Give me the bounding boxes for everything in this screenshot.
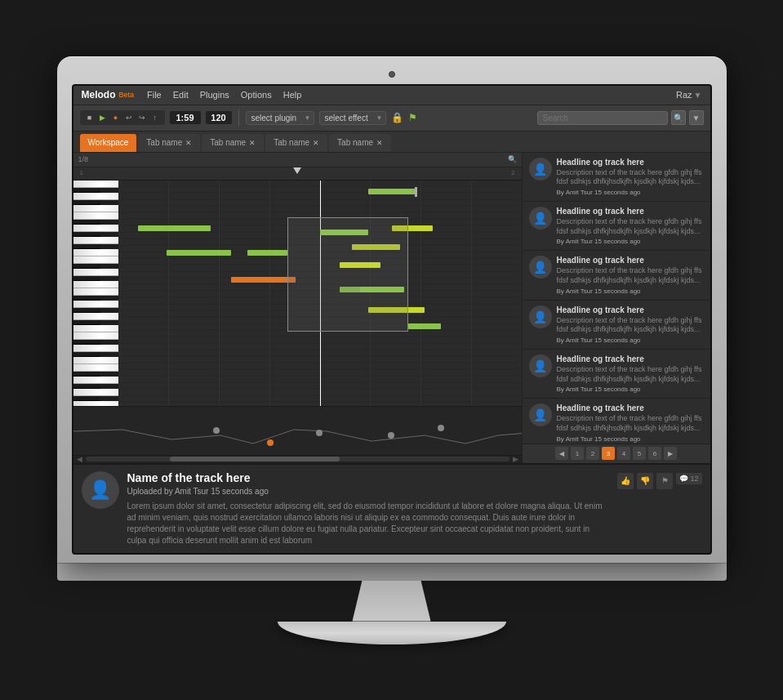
playhead-marker (293, 167, 301, 174)
page-2[interactable]: 2 (586, 447, 599, 460)
page-next[interactable]: ▶ (664, 447, 677, 460)
page-4[interactable]: 4 (617, 447, 630, 460)
comment-icon: 💬 (679, 475, 688, 483)
rewind-button[interactable]: ↩ (124, 113, 134, 123)
user-name[interactable]: Raz (676, 90, 692, 100)
note-10[interactable] (408, 323, 441, 329)
note-5[interactable] (247, 250, 287, 256)
note-resize-handle[interactable] (415, 187, 417, 197)
record-button[interactable]: ● (111, 113, 121, 123)
page-1[interactable]: 1 (571, 447, 584, 460)
page-6[interactable]: 6 (648, 447, 661, 460)
pin-icon[interactable]: ⚑ (408, 112, 417, 123)
feed-author-1[interactable]: Amit Tsur (566, 189, 593, 196)
forward-button[interactable]: ↪ (137, 113, 147, 123)
menu-help[interactable]: Help (283, 90, 302, 100)
user-dropdown-icon[interactable]: ▼ (694, 91, 702, 100)
pk-white-14[interactable] (73, 325, 118, 332)
auto-node-2[interactable] (267, 439, 274, 446)
pk-white-16[interactable] (73, 345, 118, 352)
auto-node-1[interactable] (213, 427, 220, 434)
note-sel-2[interactable] (340, 262, 380, 268)
page-5[interactable]: 5 (633, 447, 646, 460)
tab-2-close[interactable]: ✕ (249, 139, 256, 147)
track-time: 15 seconds ago (211, 487, 269, 496)
pk-white-19[interactable] (73, 377, 118, 384)
monitor-camera (389, 71, 395, 78)
sequencer-panel: 1/8 🔍 1 2 (73, 153, 523, 463)
beta-badge: Beta (119, 91, 135, 99)
pk-white-6[interactable] (73, 237, 118, 244)
tab-workspace[interactable]: Workspace (80, 134, 137, 152)
scroll-right-icon[interactable]: ▶ (513, 455, 518, 463)
menu-plugins[interactable]: Plugins (200, 90, 229, 100)
menu-edit[interactable]: Edit (173, 90, 189, 100)
feed-author-5[interactable]: Amit Tsur (566, 386, 593, 393)
pk-white-13[interactable] (73, 313, 118, 320)
pk-white-20[interactable] (73, 389, 118, 396)
pk-white-17[interactable] (73, 357, 118, 364)
scroll-left-icon[interactable]: ◀ (77, 455, 82, 463)
note-1[interactable] (368, 189, 416, 194)
like-button[interactable]: 👍 (617, 473, 634, 489)
scrollbar-track[interactable] (86, 457, 509, 461)
menu-file[interactable]: File (147, 90, 162, 100)
pk-white-7[interactable] (73, 249, 118, 256)
search-input[interactable] (537, 111, 668, 125)
piano-keys (73, 181, 118, 406)
tab-3-close[interactable]: ✕ (313, 139, 319, 147)
pk-white-12[interactable] (73, 301, 118, 308)
menu-options[interactable]: Options (241, 90, 272, 100)
search-button[interactable]: 🔍 (671, 110, 686, 125)
flag-button[interactable]: ⚑ (656, 473, 673, 489)
auto-node-3[interactable] (316, 430, 323, 436)
effect-select[interactable]: select effect (319, 111, 386, 125)
pk-white-18[interactable] (73, 364, 118, 372)
note-sel-1[interactable] (320, 230, 368, 235)
feed-desc-5: Description text of the track here gfdh … (557, 365, 704, 384)
comment-badge[interactable]: 💬 12 (676, 473, 701, 484)
pk-white-4[interactable] (73, 212, 118, 220)
pk-white-1[interactable] (73, 181, 118, 188)
filter-button[interactable]: ▼ (689, 110, 704, 125)
pk-white-9[interactable] (73, 269, 118, 276)
pk-white-10[interactable] (73, 281, 118, 288)
pk-white-2[interactable] (73, 193, 118, 200)
play-button[interactable]: ▶ (98, 113, 108, 123)
note-7[interactable] (231, 277, 296, 283)
auto-node-4[interactable] (388, 432, 394, 439)
tab-1-close[interactable]: ✕ (185, 139, 192, 147)
plugin-select[interactable]: select plugin (246, 111, 314, 125)
upload-button[interactable]: ↑ (150, 113, 160, 123)
pk-white-11[interactable] (73, 288, 118, 296)
tab-2[interactable]: Tab name ✕ (202, 134, 264, 152)
tab-3[interactable]: Tab name ✕ (265, 134, 327, 152)
page-prev[interactable]: ◀ (555, 447, 568, 460)
lock-icon[interactable]: 🔒 (391, 112, 403, 123)
seq-search-icon[interactable]: 🔍 (508, 155, 517, 163)
pk-white-3[interactable] (73, 205, 118, 212)
note-4[interactable] (167, 250, 231, 256)
note-sel-3[interactable] (360, 287, 404, 292)
pk-white-15[interactable] (73, 332, 118, 340)
page-3-active[interactable]: 3 (602, 447, 615, 460)
feed-author-2[interactable]: Amit Tsur (566, 238, 593, 245)
comment-count: 12 (690, 475, 698, 483)
note-2[interactable] (138, 225, 211, 231)
feed-author-6[interactable]: Amit Tsur (566, 435, 593, 443)
pk-white-5[interactable] (73, 225, 118, 232)
tab-1[interactable]: Tab name ✕ (138, 134, 200, 152)
pk-white-8[interactable] (73, 256, 118, 264)
grid-vline-1 (168, 181, 169, 406)
feed-author-3[interactable]: Amit Tsur (566, 288, 593, 295)
track-author[interactable]: Amit Tsur (175, 487, 209, 496)
scrollbar-thumb[interactable] (170, 457, 340, 461)
stop-button[interactable]: ■ (85, 113, 95, 123)
auto-node-5[interactable] (438, 425, 444, 431)
tab-4-close[interactable]: ✕ (376, 139, 383, 147)
dislike-button[interactable]: 👎 (637, 473, 653, 489)
seq-grid[interactable] (118, 181, 522, 406)
feed-author-4[interactable]: Amit Tsur (566, 337, 593, 344)
feed-item-4: 👤 Headline og track here Description tex… (523, 301, 710, 350)
tab-4[interactable]: Tab name ✕ (329, 134, 391, 152)
